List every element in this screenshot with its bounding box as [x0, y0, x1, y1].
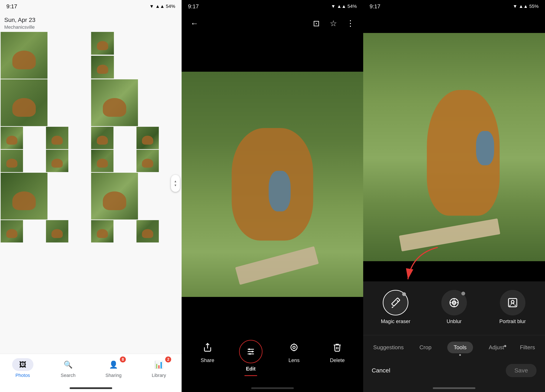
suggestions-label: Suggestions — [373, 344, 404, 350]
photo-cell-8[interactable] — [91, 127, 113, 149]
cast-icon: ⊡ — [313, 19, 320, 28]
photos-scroll-area: Sun, Apr 23 Mechanicsville — [0, 13, 182, 354]
sharing-icon-wrap: 👤 8 — [103, 358, 124, 371]
back-icon: ← — [190, 19, 198, 28]
photos-icon: 🖼 — [19, 361, 26, 369]
photo-cell-13[interactable] — [136, 150, 159, 172]
time-panel1: 9:17 — [6, 3, 17, 10]
photo-cell-14[interactable] — [1, 173, 48, 219]
photo-cell-6[interactable] — [1, 127, 23, 149]
photo-cell-18[interactable] — [91, 220, 113, 242]
battery-panel2: 54% — [347, 4, 357, 9]
edit-main-image — [363, 33, 545, 261]
edit-action[interactable]: Edit — [229, 340, 272, 376]
save-button[interactable]: Save — [506, 364, 537, 377]
bottom-nav: 🖼 Photos 🔍 Search 👤 8 Sharing 📊 2 Librar… — [0, 354, 182, 392]
viewer-image-area[interactable] — [182, 34, 363, 335]
tool-magic-eraser[interactable]: Magic eraser — [374, 290, 417, 324]
edit-circle — [239, 340, 262, 363]
svg-point-7 — [293, 346, 295, 349]
photos-nav-label: Photos — [15, 373, 30, 378]
favorite-icon: ☆ — [330, 19, 337, 28]
sharing-badge: 8 — [120, 356, 126, 362]
home-bar-p2 — [251, 387, 294, 389]
tool-portrait-blur[interactable]: Portrait blur — [491, 290, 534, 324]
tools-row: Magic eraser Unblur — [367, 288, 541, 329]
signal-icon-p2: ▲▲ — [337, 4, 346, 9]
editor-actions-row: Share Edit — [182, 338, 363, 378]
edit-underline — [244, 375, 257, 376]
nav-item-search[interactable]: 🔍 Search — [45, 358, 91, 378]
svg-point-14 — [511, 300, 514, 303]
back-button[interactable]: ← — [188, 17, 201, 30]
home-indicator-panel2 — [182, 381, 363, 392]
photo-cell-10[interactable] — [1, 150, 23, 172]
photo-row-3 — [1, 127, 181, 149]
magic-eraser-label: Magic eraser — [381, 318, 410, 324]
sharing-nav-label: Sharing — [105, 373, 122, 378]
photo-cell-2[interactable] — [91, 32, 114, 55]
favorite-button[interactable]: ☆ — [327, 17, 340, 30]
unblur-label: Unblur — [447, 318, 462, 324]
date-header: Sun, Apr 23 Mechanicsville — [0, 13, 182, 32]
svg-point-4 — [252, 351, 253, 352]
unblur-dot — [461, 292, 465, 296]
more-button[interactable]: ⋮ — [344, 17, 357, 30]
photo-row-4 — [1, 150, 181, 172]
nav-item-sharing[interactable]: 👤 8 Sharing — [91, 358, 136, 378]
nav-item-photos[interactable]: 🖼 Photos — [0, 358, 45, 378]
tool-unblur[interactable]: Unblur — [433, 290, 475, 324]
photo-cell-15[interactable] — [91, 173, 138, 219]
status-bar-panel2: 9:17 ▼ ▲▲ 54% — [182, 0, 363, 13]
scroll-handle[interactable] — [171, 175, 180, 192]
portrait-blur-label: Portrait blur — [499, 318, 526, 324]
tab-suggestions[interactable]: Suggestions — [369, 342, 408, 353]
tab-filters[interactable]: Filters — [516, 342, 539, 353]
photo-cell-9[interactable] — [136, 127, 159, 149]
tab-crop[interactable]: Crop — [415, 342, 436, 353]
toolbar-right: ⊡ ☆ ⋮ — [310, 17, 357, 30]
adjust-label: Adjust — [489, 344, 504, 350]
adjust-dot — [504, 345, 506, 347]
photo-cell-5[interactable] — [91, 79, 138, 126]
tab-adjust[interactable]: Adjust — [484, 342, 508, 353]
svg-point-3 — [248, 348, 250, 350]
lens-action[interactable]: Lens — [272, 340, 316, 376]
edit-icon-inner — [241, 342, 260, 361]
status-icons-panel3: ▼ ▲▲ 55% — [513, 4, 539, 9]
lens-icon — [286, 340, 301, 355]
panel-viewer: 9:17 ▼ ▲▲ 54% ← ⊡ ☆ ⋮ — [182, 0, 363, 392]
lens-label: Lens — [288, 357, 300, 363]
photo-cell-3[interactable] — [91, 56, 114, 78]
photo-cell-17[interactable] — [46, 220, 68, 242]
library-icon: 📊 — [154, 360, 163, 369]
photo-cell-7[interactable] — [46, 127, 68, 149]
photo-cell-4[interactable] — [1, 79, 48, 126]
photo-cell-19[interactable] — [136, 220, 159, 242]
nav-item-library[interactable]: 📊 2 Library — [136, 358, 182, 378]
edit-image-area[interactable] — [363, 13, 545, 281]
svg-point-5 — [249, 353, 251, 355]
photo-cell-12[interactable] — [91, 150, 113, 172]
portrait-blur-icon-bg — [500, 290, 525, 315]
signal-icon-p3: ▲▲ — [519, 4, 528, 9]
status-icons-panel2: ▼ ▲▲ 54% — [331, 4, 357, 9]
edit-bottom-actions: Cancel Save — [363, 360, 545, 381]
cancel-button[interactable]: Cancel — [372, 367, 390, 374]
photo-cell-16[interactable] — [1, 220, 23, 242]
search-icon: 🔍 — [64, 360, 73, 369]
editor-bottom-bar: Share Edit — [182, 335, 363, 381]
delete-label: Delete — [330, 357, 345, 363]
search-icon-wrap: 🔍 — [57, 358, 79, 371]
search-nav-label: Search — [61, 373, 76, 378]
svg-point-12 — [452, 301, 456, 304]
tab-tools[interactable]: Tools — [443, 339, 477, 356]
share-icon — [200, 340, 215, 355]
delete-action[interactable]: Delete — [316, 340, 359, 376]
photo-cell-11[interactable] — [46, 150, 68, 172]
photo-cell-1[interactable] — [1, 32, 48, 79]
signal-icon: ▲▲ — [155, 4, 165, 9]
cast-button[interactable]: ⊡ — [310, 17, 323, 30]
tab-bar: Suggestions Crop Tools Adjust Filters — [363, 335, 545, 360]
share-action[interactable]: Share — [186, 340, 229, 376]
